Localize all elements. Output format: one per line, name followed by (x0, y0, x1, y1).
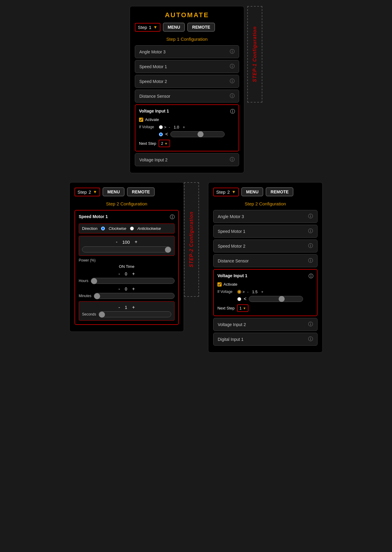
distance-sensor-item[interactable]: Distance Sensor ⓘ (135, 90, 239, 103)
on-time-label: ON Time (79, 264, 175, 269)
step1-section-title: Step 1 Configuration (135, 36, 239, 42)
angle-motor3-item[interactable]: Angle Motor 3 ⓘ (135, 45, 239, 58)
speed-motor1-item[interactable]: Speed Motor 1 ⓘ (135, 60, 239, 73)
minutes-slider-thumb[interactable] (94, 293, 100, 299)
step1-selector[interactable]: Step 1 ▼ (135, 23, 160, 32)
r-lt-slider-thumb[interactable] (279, 296, 285, 302)
r-angle-motor3-item[interactable]: Angle Motor 3 ⓘ (213, 210, 318, 223)
r-gt-radio[interactable] (237, 290, 241, 294)
step2-right-value: 2 (227, 189, 230, 195)
r-voltage-input1-info[interactable]: ⓘ (308, 273, 313, 280)
power-slider[interactable] (82, 246, 171, 252)
seconds-value: 1 (125, 305, 127, 310)
seconds-minus[interactable]: - (119, 305, 120, 310)
speed-motor1-box-info[interactable]: ⓘ (170, 214, 175, 220)
step2-left-remote[interactable]: REMOTE (127, 187, 155, 196)
minutes-label: Minutes (79, 294, 91, 298)
gt-minus[interactable]: - (169, 125, 170, 129)
next-step-arrow[interactable]: ▼ (164, 142, 168, 145)
seconds-slider-thumb[interactable] (99, 312, 105, 318)
step2-annotation-box: STEP-2 Configuration (184, 182, 199, 297)
lt-slider[interactable] (170, 131, 225, 137)
r-activate-label: Activate (223, 282, 237, 287)
minutes-minus[interactable]: - (119, 286, 120, 292)
speed-motor1-box: Speed Motor 1 ⓘ Direction Clockwise Anti… (74, 210, 179, 325)
r-digital-input1-info[interactable]: ⓘ (308, 336, 313, 342)
speed-motor2-item[interactable]: Speed Motor 2 ⓘ (135, 75, 239, 88)
hours-slider[interactable] (91, 278, 175, 284)
r-next-step-label: Next Step (217, 306, 235, 310)
clockwise-radio[interactable] (101, 227, 105, 230)
hours-slider-row: Hours (79, 278, 175, 284)
bottom-left-wrapper: Step 2 ▼ MENU REMOTE Step 2 Configuratio… (69, 182, 199, 332)
r-activate-row: Activate (217, 282, 313, 287)
r-voltage-input1-box: Voltage Input 1 ⓘ Activate If Voltage > … (213, 269, 318, 316)
distance-sensor-info-icon[interactable]: ⓘ (230, 93, 235, 99)
minutes-slider[interactable] (94, 293, 175, 299)
seconds-label: Seconds (82, 312, 96, 316)
r-speed-motor2-info[interactable]: ⓘ (308, 243, 313, 249)
hours-plus[interactable]: + (132, 271, 135, 277)
r-gt-minus[interactable]: - (247, 290, 248, 294)
lt-radio[interactable] (159, 132, 163, 136)
step2-right-selector[interactable]: Step 2 ▼ (213, 188, 239, 196)
step2-left-selector[interactable]: Step 2 ▼ (74, 188, 100, 196)
r-digital-input1-item[interactable]: Digital Input 1 ⓘ (213, 333, 318, 346)
r-next-step-selector[interactable]: 1 ▼ (237, 304, 248, 312)
step2-left-arrow[interactable]: ▼ (93, 189, 97, 194)
r-next-step-arrow[interactable]: ▼ (243, 306, 246, 310)
lt-row: < (159, 131, 235, 137)
voltage-input2-info-icon[interactable]: ⓘ (230, 157, 235, 163)
step2-right-menu[interactable]: MENU (241, 187, 263, 196)
step-dropdown-arrow[interactable]: ▼ (153, 25, 157, 30)
power-slider-thumb[interactable] (165, 247, 171, 253)
r-lt-slider[interactable] (249, 296, 303, 302)
r-speed-motor1-item[interactable]: Speed Motor 1 ⓘ (213, 225, 318, 238)
gt-symbol: > (164, 125, 166, 129)
power-minus[interactable]: - (116, 239, 117, 245)
r-speed-motor2-item[interactable]: Speed Motor 2 ⓘ (213, 240, 318, 252)
distance-sensor-label: Distance Sensor (139, 94, 170, 99)
remote-button[interactable]: REMOTE (187, 23, 215, 32)
r-angle-motor3-info[interactable]: ⓘ (308, 213, 313, 220)
direction-row: Direction Clockwise Anticlockwise (79, 224, 175, 233)
gt-plus[interactable]: + (183, 125, 185, 129)
r-voltage-controls-col: > - 1.5 + < (237, 290, 313, 302)
r-distance-sensor-item[interactable]: Distance Sensor ⓘ (213, 254, 318, 267)
minutes-plus[interactable]: + (132, 286, 135, 292)
activate-checkbox[interactable] (139, 118, 143, 122)
anticlockwise-radio[interactable] (130, 227, 134, 230)
seconds-plus[interactable]: + (132, 305, 135, 310)
minutes-row: - 0 + Minutes (79, 286, 175, 299)
r-voltage-input2-info[interactable]: ⓘ (308, 321, 313, 328)
anticlockwise-label: Anticlockwise (138, 226, 161, 231)
power-plus[interactable]: + (135, 239, 138, 245)
voltage-input1-info-icon[interactable]: ⓘ (230, 109, 235, 115)
speed-motor1-info-icon[interactable]: ⓘ (230, 63, 235, 70)
speed-motor2-info-icon[interactable]: ⓘ (230, 78, 235, 84)
step2-right-arrow[interactable]: ▼ (232, 189, 236, 194)
r-distance-sensor-info[interactable]: ⓘ (308, 258, 313, 264)
gt-row: > - 1.0 + (159, 125, 235, 129)
r-gt-plus[interactable]: + (261, 290, 264, 294)
step2-right-section-title: Step 2 Configuration (213, 201, 318, 206)
hours-slider-thumb[interactable] (91, 278, 97, 284)
step2-left-menu[interactable]: MENU (103, 187, 125, 196)
menu-button[interactable]: MENU (163, 23, 185, 32)
angle-motor3-info-icon[interactable]: ⓘ (230, 49, 235, 55)
lt-slider-thumb[interactable] (198, 131, 204, 137)
next-step-label: Next Step (139, 141, 156, 146)
step2-motor-panel: Step 2 ▼ MENU REMOTE Step 2 Configuratio… (69, 182, 184, 332)
r-activate-checkbox[interactable] (217, 282, 222, 287)
step2-right-remote[interactable]: REMOTE (266, 187, 293, 196)
r-speed-motor1-info[interactable]: ⓘ (308, 228, 313, 234)
gt-radio[interactable] (159, 125, 163, 129)
voltage-input2-label: Voltage Input 2 (139, 157, 167, 162)
r-lt-radio[interactable] (237, 297, 241, 301)
next-step-selector[interactable]: 2 ▼ (159, 140, 170, 147)
seconds-slider[interactable] (99, 311, 171, 317)
r-voltage-input2-item[interactable]: Voltage Input 2 ⓘ (213, 318, 318, 331)
r-if-voltage-label: If Voltage (217, 290, 232, 294)
voltage-input2-item[interactable]: Voltage Input 2 ⓘ (135, 153, 239, 166)
hours-minus[interactable]: - (119, 271, 120, 277)
